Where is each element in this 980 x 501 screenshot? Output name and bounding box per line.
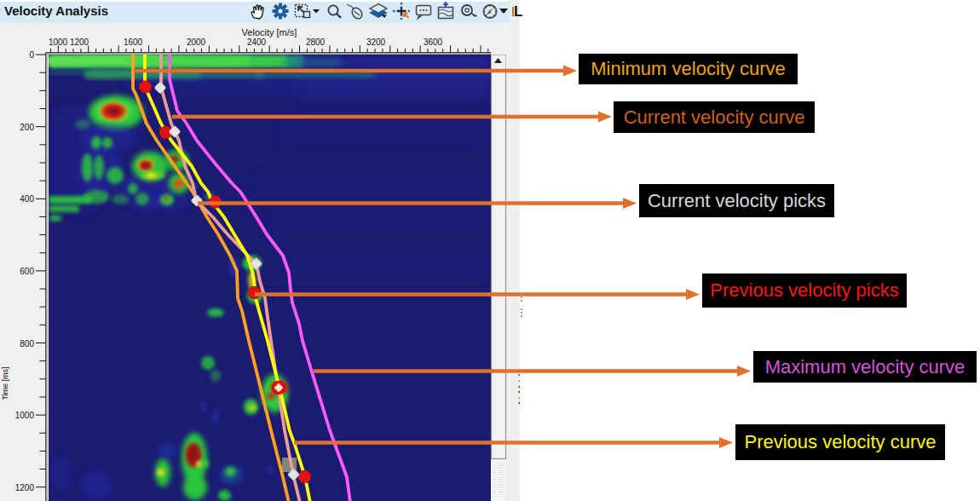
svg-text:Velocity [m/s]: Velocity [m/s] bbox=[242, 27, 297, 37]
svg-text:2400: 2400 bbox=[247, 37, 267, 47]
svg-text:800: 800 bbox=[20, 339, 34, 348]
svg-text:0: 0 bbox=[29, 50, 34, 60]
svg-text:1200: 1200 bbox=[15, 483, 35, 492]
svg-text:1200: 1200 bbox=[70, 37, 89, 47]
svg-text:200: 200 bbox=[20, 123, 34, 132]
svg-text:1000: 1000 bbox=[15, 411, 35, 420]
svg-text:2000: 2000 bbox=[187, 37, 206, 47]
svg-text:1000: 1000 bbox=[49, 37, 68, 47]
svg-text:2800: 2800 bbox=[306, 37, 326, 47]
svg-text:400: 400 bbox=[20, 194, 34, 204]
svg-text:Time [ms]: Time [ms] bbox=[1, 366, 9, 400]
svg-text:1600: 1600 bbox=[124, 37, 143, 47]
svg-text:3200: 3200 bbox=[366, 37, 386, 47]
svg-text:3600: 3600 bbox=[424, 37, 443, 47]
svg-text:600: 600 bbox=[20, 267, 34, 276]
